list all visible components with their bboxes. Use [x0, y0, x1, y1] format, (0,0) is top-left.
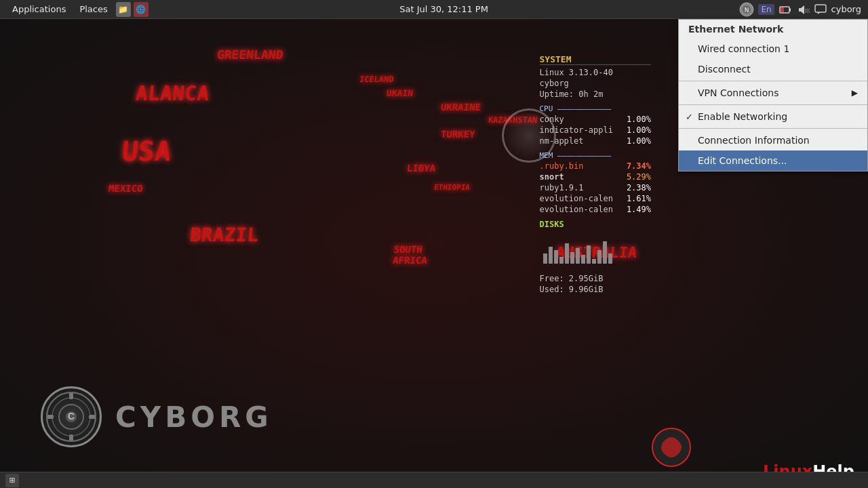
brand-circle [651, 427, 692, 468]
browser-icon[interactable]: 🌐 [134, 2, 149, 17]
file-manager-icon[interactable]: 📁 [116, 2, 131, 17]
cpu-row-conky: conky 1.00% [540, 115, 652, 124]
svg-rect-7 [581, 255, 585, 264]
menu-item-vpn-label: VPN Connections [698, 87, 778, 98]
menu-item-vpn[interactable]: VPN Connections ▶ [679, 83, 867, 103]
svg-rect-20 [89, 415, 96, 419]
map-label-mexico: MEXICO [108, 183, 143, 194]
svg-rect-11 [603, 241, 607, 264]
disk-title: DISKS [540, 220, 564, 229]
mem-row-ruby-bin: .ruby.bin 7.34% [540, 161, 652, 171]
svg-text:)))): )))) [805, 8, 810, 14]
taskbar-right: N En )))) [739, 2, 861, 17]
cyborg-text-logo: CYBORG [115, 401, 273, 434]
network-status-icon[interactable]: N [739, 2, 754, 17]
system-monitor-widget: SYSTEM Linux 3.13.0-40 cyborg Uptime: 0h… [540, 54, 652, 296]
map-label-uk: UKAIN [386, 88, 413, 98]
map-label-brazil: BRAZIL [189, 224, 260, 246]
svg-text:C: C [68, 411, 75, 422]
svg-rect-31 [815, 5, 826, 12]
kernel-label: Linux 3.13.0-40 [540, 68, 613, 77]
svg-rect-5 [570, 252, 574, 264]
disk-stats: Free: 2.95GiB [540, 274, 652, 283]
cyborg-circle-emblem: C [41, 386, 102, 447]
menu-separator-1 [679, 81, 867, 81]
menu-item-connection-info[interactable]: Connection Information [679, 130, 867, 150]
cpu-row-nm: nm-applet 1.00% [540, 136, 652, 146]
menu-item-disconnect-label: Disconnect [698, 64, 751, 75]
language-badge: En [758, 4, 774, 15]
cyborg-logo: C CYBORG [41, 386, 273, 447]
svg-rect-28 [781, 7, 784, 12]
svg-rect-6 [576, 248, 580, 264]
menu-item-edit-connections[interactable]: Edit Connections... [679, 150, 867, 171]
svg-rect-4 [565, 243, 569, 264]
battery-icon[interactable] [778, 3, 792, 16]
system-section-title: SYSTEM [540, 54, 652, 65]
mem-row-evol1: evolution-calen 1.61% [540, 194, 652, 203]
map-label-ethiopia: ETHIOPIA [433, 183, 470, 192]
cpu-title: CPU ———————————— [540, 104, 612, 113]
network-dropdown-menu: Ethernet Network Wired connection 1 Disc… [678, 19, 868, 171]
map-label-south-africa: SOUTHAFRICA [393, 244, 429, 266]
menu-ethernet-header: Ethernet Network [679, 20, 867, 39]
menu-item-wired-label: Wired connection 1 [698, 43, 789, 54]
svg-rect-2 [554, 250, 558, 264]
messaging-icon[interactable] [814, 3, 827, 16]
svg-rect-0 [543, 253, 547, 264]
taskbar-left: Applications Places 📁 🌐 [7, 2, 149, 17]
mem-row-snort: snort 5.29% [540, 172, 652, 182]
sound-icon[interactable]: )))) [796, 3, 810, 16]
applications-menu[interactable]: Applications [7, 3, 71, 16]
disk-chart [540, 233, 621, 270]
svg-marker-29 [799, 5, 804, 14]
menu-item-wired[interactable]: Wired connection 1 [679, 39, 867, 59]
show-desktop-button[interactable]: ⊞ [5, 474, 19, 487]
map-label-turkey: TURKEY [440, 129, 475, 140]
hostname-label: cyborg [540, 79, 569, 88]
menu-item-disconnect[interactable]: Disconnect [679, 59, 867, 79]
map-label-na: ALANCA [134, 81, 210, 105]
map-label-ukraine: UKRAINE [440, 102, 481, 113]
menu-item-enable-networking[interactable]: Enable Networking [679, 106, 867, 127]
language-selector[interactable]: En [758, 4, 774, 15]
svg-rect-8 [587, 245, 591, 264]
menu-item-enable-networking-label: Enable Networking [698, 111, 787, 122]
mem-row-ruby191: ruby1.9.1 2.38% [540, 183, 652, 192]
taskbar-datetime: Sat Jul 30, 12:11 PM [399, 4, 488, 14]
cpu-row-indicator: indicator-appli 1.00% [540, 125, 652, 135]
map-label-greenland: GREENLAND [216, 47, 283, 62]
disk-used: Used: 9.96GiB [540, 285, 652, 294]
svg-rect-9 [592, 259, 596, 264]
menu-item-connection-info-label: Connection Information [698, 135, 810, 146]
top-taskbar: Applications Places 📁 🌐 Sat Jul 30, 12:1… [0, 0, 868, 19]
map-label-iceland: ICELAND [359, 75, 394, 84]
svg-rect-3 [559, 257, 564, 264]
mem-title: MEM ———————————— [540, 151, 612, 160]
menu-separator-2 [679, 104, 867, 105]
map-label-libya: LIBYA [406, 163, 436, 174]
svg-rect-1 [549, 247, 553, 264]
svg-text:N: N [745, 7, 749, 14]
svg-rect-17 [69, 392, 73, 399]
menu-item-edit-connections-label: Edit Connections... [698, 155, 787, 166]
svg-rect-19 [47, 415, 54, 419]
menu-separator-3 [679, 128, 867, 129]
svg-point-16 [66, 411, 77, 422]
svg-point-15 [59, 405, 83, 429]
mem-row-evol2: evolution-calen 1.49% [540, 205, 652, 214]
map-label-usa: USA [121, 136, 172, 167]
svg-point-13 [47, 392, 96, 441]
svg-rect-18 [69, 434, 73, 441]
submenu-arrow-icon: ▶ [852, 88, 858, 98]
places-menu[interactable]: Places [74, 3, 113, 16]
svg-rect-12 [608, 253, 612, 264]
bottom-taskbar: ⊞ [0, 472, 868, 488]
svg-rect-27 [789, 8, 791, 12]
uptime-label: Uptime: 0h 2m [540, 89, 604, 99]
svg-point-14 [52, 398, 90, 436]
svg-rect-10 [597, 250, 601, 264]
username-text: cyborg [831, 4, 861, 14]
username-display[interactable]: cyborg [831, 4, 861, 14]
